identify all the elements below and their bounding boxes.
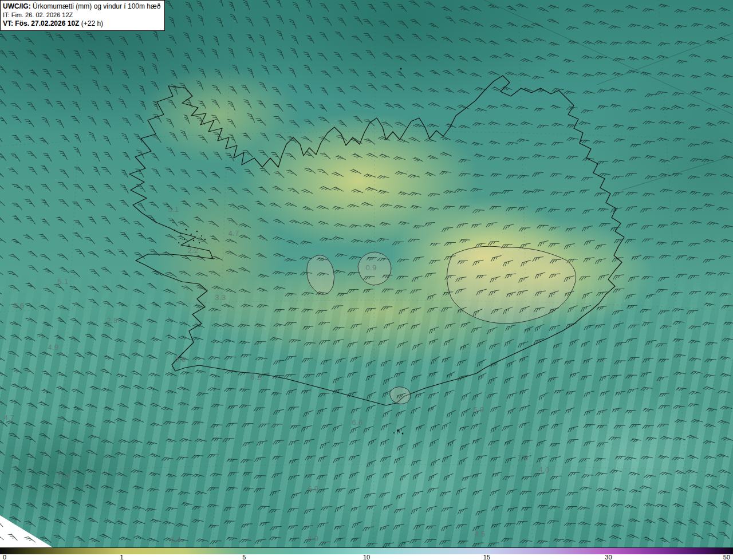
precip-value-label: 4.9 <box>48 343 59 352</box>
precip-value-label: 4.7 <box>4 413 15 422</box>
precip-value-label: 4.7 <box>228 229 239 238</box>
colorbar-tick-label: 10 <box>363 554 370 560</box>
colorbar-tick-label: 1 <box>120 554 123 560</box>
title-box: UWC/IG: Úrkomumætti (mm) og vindur í 100… <box>0 0 165 31</box>
precip-value-label: 5.9 <box>474 405 484 414</box>
chart-title-line: UWC/IG: Úrkomumætti (mm) og vindur í 100… <box>3 2 160 11</box>
map-corner-mask <box>0 515 53 547</box>
colorbar-tick-label: 15 <box>483 554 490 560</box>
precip-value-label: 6.9 <box>308 534 319 543</box>
colorbar: 01510153050 <box>0 547 733 560</box>
valid-time-line: VT: Fös. 27.02.2026 10Z (+22 h) <box>3 19 160 28</box>
precip-value-label: 6.6 <box>352 418 363 427</box>
model-id: UWC/IG: <box>3 2 31 10</box>
precip-value-label: 2.6 <box>14 301 25 310</box>
colorbar-tick-label: 0 <box>3 554 6 560</box>
precip-value-label: 2.8 <box>59 472 70 480</box>
weather-chart-page: 5.14.72.25.12.63.32.80.94.95.66.26.65.94… <box>0 0 733 560</box>
colorbar-tick-label: 30 <box>605 554 612 560</box>
precip-value-label: 5.1 <box>168 205 179 214</box>
valid-time: VT: Fös. 27.02.2026 10Z <box>3 19 79 27</box>
projection-frame-lines <box>484 0 733 190</box>
precip-value-label: 3.3 <box>215 293 226 302</box>
precip-value-label: 7.3 <box>518 453 529 462</box>
precip-value-label: 0.9 <box>366 263 377 272</box>
colorbar-tick-label: 50 <box>723 554 730 560</box>
precip-value-label: 6.2 <box>251 373 262 381</box>
init-time: IT: Fim. 26. 02. 2026 12Z <box>3 11 160 19</box>
precip-value-label: 4.5 <box>475 530 486 538</box>
colorbar-tick-row: 01510153050 <box>0 554 733 560</box>
precip-value-label: 6.4 <box>171 535 182 544</box>
map-overlay <box>0 0 733 547</box>
colorbar-tick-label: 5 <box>242 554 246 560</box>
precip-value-label: 5.1 <box>58 277 69 286</box>
precip-value-label: 2.8 <box>107 316 118 325</box>
precip-value-label: 6.9 <box>308 484 319 493</box>
chart-title: Úrkomumætti (mm) og vindur í 100m hæð <box>31 2 161 10</box>
glacier-outlines <box>307 246 576 404</box>
lead-time: (+22 h) <box>79 19 103 27</box>
map-canvas: 5.14.72.25.12.63.32.80.94.95.66.26.65.94… <box>0 0 733 547</box>
precip-value-label: 4.0 <box>539 466 550 474</box>
precip-value-label: 5.6 <box>175 355 186 364</box>
precip-value-label: 2.2 <box>188 246 199 255</box>
